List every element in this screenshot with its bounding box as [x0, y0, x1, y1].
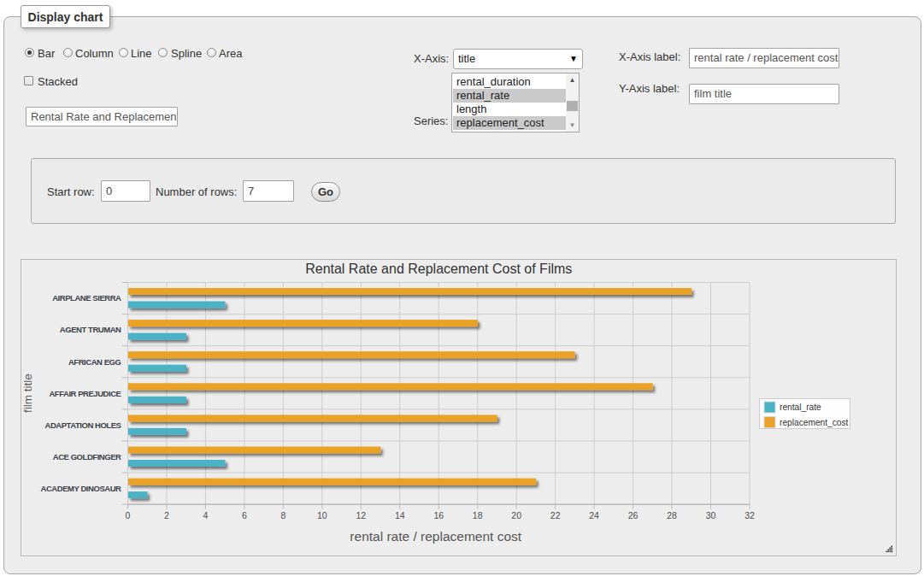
svg-text:4: 4 [203, 510, 209, 520]
svg-text:14: 14 [395, 510, 405, 520]
svg-text:Rental Rate and Replacement Co: Rental Rate and Replacement Cost of Film… [305, 262, 572, 276]
svg-text:10: 10 [317, 510, 327, 520]
svg-text:6: 6 [242, 510, 247, 520]
svg-text:0: 0 [126, 510, 131, 520]
svg-text:ACADEMY DINOSAUR: ACADEMY DINOSAUR [41, 484, 122, 493]
svg-text:2: 2 [164, 510, 169, 520]
svg-text:replacement_cost: replacement_cost [780, 418, 849, 427]
svg-text:AFFAIR PREJUDICE: AFFAIR PREJUDICE [49, 389, 121, 398]
svg-text:ACE GOLDFINGER: ACE GOLDFINGER [53, 452, 121, 461]
svg-text:AFRICAN EGG: AFRICAN EGG [68, 357, 121, 367]
svg-text:20: 20 [511, 510, 521, 520]
svg-text:film title: film title [21, 373, 34, 413]
svg-text:AGENT TRUMAN: AGENT TRUMAN [60, 325, 121, 334]
svg-text:18: 18 [473, 510, 483, 520]
svg-text:AIRPLANE SIERRA: AIRPLANE SIERRA [52, 293, 121, 303]
svg-text:26: 26 [628, 510, 639, 520]
svg-text:30: 30 [706, 510, 716, 520]
svg-text:12: 12 [356, 510, 366, 520]
svg-text:22: 22 [550, 510, 561, 520]
svg-text:16: 16 [433, 510, 444, 520]
svg-text:32: 32 [744, 510, 755, 520]
svg-text:rental_rate: rental_rate [780, 403, 821, 412]
svg-text:rental rate / replacement cost: rental rate / replacement cost [350, 529, 521, 544]
svg-text:ADAPTATION HOLES: ADAPTATION HOLES [44, 420, 121, 430]
svg-text:24: 24 [589, 510, 599, 520]
svg-text:28: 28 [667, 510, 677, 520]
svg-text:8: 8 [280, 510, 285, 520]
